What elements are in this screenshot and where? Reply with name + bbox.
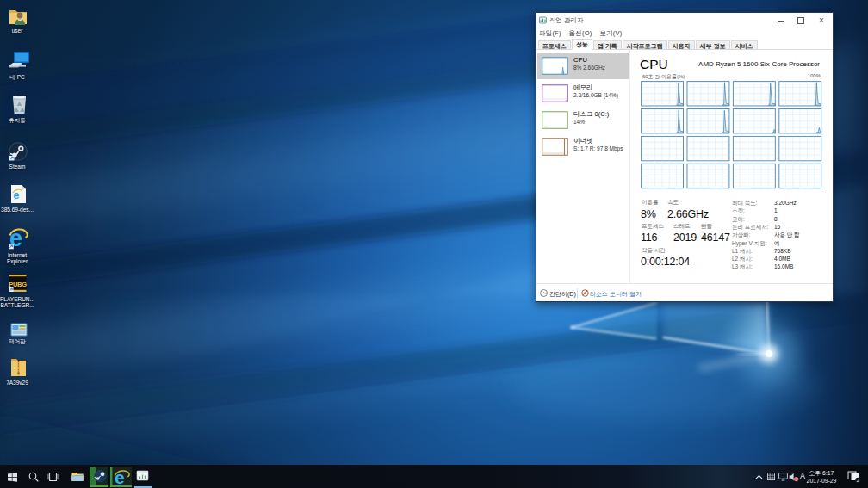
svg-text:2: 2 xyxy=(857,478,859,483)
svg-text:PUBG: PUBG xyxy=(9,281,27,288)
